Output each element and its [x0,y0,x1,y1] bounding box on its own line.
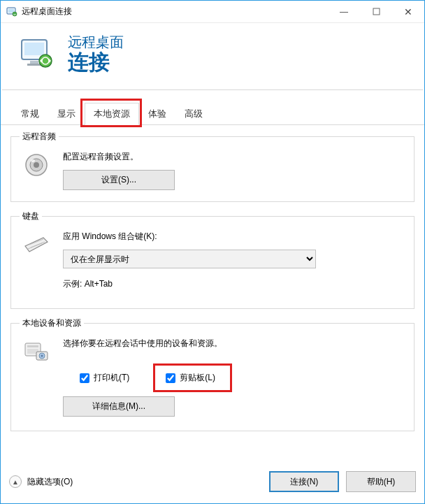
checkbox-clipboard-input[interactable] [166,373,175,383]
keyboard-icon [22,231,50,259]
group-local-devices: 本地设备和资源 选择你要在远程会话中使用的设备和资源。 [10,317,415,431]
audio-settings-button[interactable]: 设置(S)... [63,170,175,190]
brand-header: 远程桌面 连接 [2,23,423,90]
legend-local-devices: 本地设备和资源 [20,317,84,329]
group-remote-audio: 远程音频 配置远程音频设置。 设置(S)... [10,131,415,202]
keyboard-combo-select[interactable]: 仅在全屏显示时 [63,250,316,268]
checkbox-printer[interactable]: 打印机(T) [75,370,134,385]
group-keyboard: 键盘 应用 Windows 组合键(K): 仅在全屏显示时 [10,210,415,309]
close-button[interactable]: ✕ [392,1,424,22]
tab-content: 远程音频 配置远程音频设置。 设置(S)... 键盘 [1,125,424,431]
checkbox-printer-input[interactable] [80,373,89,383]
audio-desc: 配置远程音频设置。 [63,151,405,163]
remote-desktop-window: 远程桌面连接 — ✕ 远程桌面 连接 [0,0,425,504]
tab-display[interactable]: 显示 [48,103,85,125]
tab-local-resources[interactable]: 本地资源 [85,103,139,125]
window-controls: — ✕ [328,1,424,22]
keyboard-example: 示例: Alt+Tab [63,278,405,290]
legend-remote-audio: 远程音频 [20,131,59,143]
svg-rect-7 [27,64,41,66]
dialog-footer: ▲ 隐藏选项(O) 连接(N) 帮助(H) [1,460,424,503]
svg-rect-1 [8,9,14,13]
help-button[interactable]: 帮助(H) [346,471,416,492]
svg-rect-3 [373,8,380,15]
brand-line1: 远程桌面 [68,33,124,52]
checkbox-clipboard-label: 剪贴板(L) [180,372,215,384]
tab-general[interactable]: 常规 [12,103,48,125]
hide-options-label: 隐藏选项(O) [27,476,73,488]
devices-details-button[interactable]: 详细信息(M)... [63,396,175,417]
tab-advanced[interactable]: 高级 [175,103,212,125]
brand-line2: 连接 [68,52,124,73]
speaker-icon [22,151,50,179]
devices-icon [22,338,50,366]
tab-experience[interactable]: 体验 [139,103,175,125]
hide-options-toggle[interactable]: ▲ 隐藏选项(O) [9,475,73,488]
title-bar: 远程桌面连接 — ✕ [1,1,424,23]
checkbox-printer-label: 打印机(T) [94,372,129,384]
keyboard-label: 应用 Windows 组合键(K): [63,231,405,243]
window-title: 远程桌面连接 [22,6,72,17]
svg-point-13 [34,162,39,168]
connect-button[interactable]: 连接(N) [269,471,339,492]
checkbox-clipboard[interactable]: 剪贴板(L) [161,370,219,385]
devices-desc: 选择你要在远程会话中使用的设备和资源。 [63,338,405,350]
svg-point-14 [31,159,35,162]
chevron-up-icon: ▲ [9,475,22,488]
svg-point-23 [41,355,43,357]
app-icon [6,6,17,17]
svg-rect-6 [30,61,38,64]
tab-strip: 常规 显示 本地资源 体验 高级 [1,103,424,125]
maximize-button[interactable] [360,1,392,22]
brand-text: 远程桌面 连接 [68,33,124,73]
remote-desktop-icon [19,36,54,71]
svg-rect-5 [24,43,44,55]
svg-rect-19 [27,345,38,347]
legend-keyboard: 键盘 [20,210,42,222]
minimize-button[interactable]: — [328,1,360,22]
